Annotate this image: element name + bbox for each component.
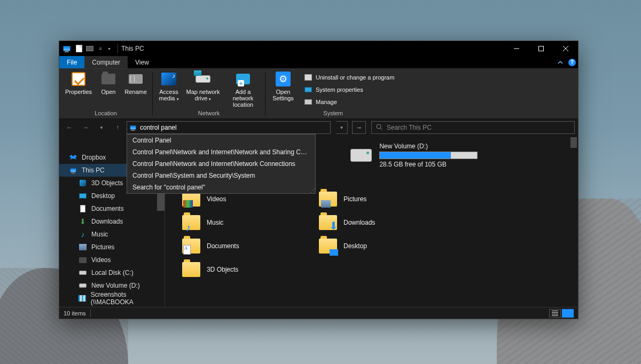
dl-icon: ⬇ <box>79 217 87 226</box>
sidebar-item-label: This PC <box>82 167 105 174</box>
sidebar-item-label: Videos <box>91 256 111 264</box>
folder-desktop[interactable]: Desktop <box>319 235 450 257</box>
group-label-location: Location <box>95 109 117 118</box>
doc-icon <box>79 204 87 213</box>
vid-icon <box>79 256 87 264</box>
drive-icon <box>350 149 372 162</box>
address-history-dropdown[interactable]: ▼ <box>336 121 348 134</box>
titlebar-separator <box>118 44 118 53</box>
rename-button[interactable]: Rename <box>123 71 148 95</box>
nav-up-button[interactable]: ↑ <box>111 121 124 134</box>
help-button[interactable]: ? <box>566 56 578 68</box>
sidebar-item-local-disk-c-[interactable]: Local Disk (C:) <box>59 266 165 279</box>
window-title: This PC <box>121 45 144 52</box>
pc-icon <box>69 166 77 175</box>
svg-rect-1 <box>539 46 544 51</box>
folder-icon <box>182 262 200 277</box>
maximize-button[interactable] <box>529 41 553 56</box>
search-box[interactable]: Search This PC <box>371 121 575 134</box>
folder-3d-objects[interactable]: 3D Objects <box>182 259 314 280</box>
drive-icon <box>79 281 87 290</box>
sidebar-item-new-volume-d-[interactable]: New Volume (D:) <box>59 279 165 292</box>
ribbon-group-location: Properties Open Rename Location <box>59 69 152 118</box>
uninstall-program-button[interactable]: Uninstall or change a program <box>302 72 396 83</box>
3d-icon <box>79 179 87 187</box>
ribbon: Properties Open Rename Location Access m… <box>59 69 578 119</box>
map-network-drive-button[interactable]: Map network drive ▾ <box>186 71 220 102</box>
svg-point-4 <box>377 124 381 129</box>
sidebar-item-label: Music <box>91 231 108 238</box>
sidebar-item-pictures[interactable]: Pictures <box>59 241 165 254</box>
folder-icon: ⬇ <box>319 215 337 230</box>
address-go-button[interactable]: → <box>352 121 366 134</box>
qat-properties-icon[interactable] <box>85 44 95 53</box>
folder-label: 3D Objects <box>207 266 238 273</box>
address-location-icon <box>130 125 136 130</box>
suggestion-item[interactable]: Control Panel\Network and Internet\Netwo… <box>127 158 315 170</box>
dropbox-icon <box>69 153 77 162</box>
ribbon-group-system: ⚙ Open Settings Uninstall or change a pr… <box>265 69 401 118</box>
group-label-network: Network <box>198 109 220 118</box>
folder-label: Pictures <box>343 195 366 203</box>
qat-new-document-icon[interactable] <box>74 44 84 53</box>
sidebar-item-videos[interactable]: Videos <box>59 254 165 266</box>
group-label-system: System <box>323 109 343 118</box>
drive-d-free-text: 28.5 GB free of 105 GB <box>379 161 478 168</box>
desk-icon <box>79 192 87 200</box>
suggestion-item[interactable]: Search for "control panel" <box>127 181 315 193</box>
view-tiles-button[interactable] <box>562 309 574 318</box>
open-settings-button[interactable]: ⚙ Open Settings <box>270 71 296 101</box>
sidebar-item-screenshots-macbooka[interactable]: Screenshots (\\MACBOOKA <box>59 292 165 305</box>
suggestion-item[interactable]: Control Panel <box>127 134 315 146</box>
drive-d-usage-bar <box>379 152 478 159</box>
qat-dropdown-icon[interactable]: ▼ <box>107 47 111 51</box>
file-tab[interactable]: File <box>59 56 84 68</box>
view-details-button[interactable] <box>549 309 561 318</box>
suggestion-item[interactable]: Control Panel\System and Security\System <box>127 170 315 181</box>
folder-pictures[interactable]: Pictures <box>319 188 450 210</box>
sidebar-item-label: Downloads <box>91 218 123 225</box>
sidebar-item-music[interactable]: ♪Music <box>59 228 165 241</box>
qat-equals-icon[interactable]: ≡ <box>96 44 105 53</box>
folder-icon <box>319 192 337 207</box>
manage-button[interactable]: Manage <box>302 97 396 107</box>
folder-icon <box>182 239 200 254</box>
drive-d-item[interactable]: New Volume (D:) 28.5 GB free of 105 GB <box>350 143 478 168</box>
nav-back-button[interactable]: ← <box>62 121 76 134</box>
access-media-button[interactable]: Access media ▾ <box>157 71 181 102</box>
content-scrollbar[interactable] <box>569 136 578 307</box>
search-placeholder: Search This PC <box>387 124 432 131</box>
sidebar-item-downloads[interactable]: ⬇Downloads <box>59 215 165 228</box>
folder-documents[interactable]: Documents <box>182 235 314 257</box>
system-properties-button[interactable]: System properties <box>302 84 396 95</box>
nav-recent-dropdown[interactable]: ▼ <box>95 121 108 134</box>
sidebar-item-label: Screenshots (\\MACBOOKA <box>91 291 165 306</box>
close-button[interactable] <box>553 41 578 56</box>
music-icon: ♪ <box>79 230 87 239</box>
drive-icon <box>79 268 87 277</box>
computer-tab[interactable]: Computer <box>84 56 128 68</box>
folder-label: Downloads <box>343 219 375 226</box>
titlebar[interactable]: ≡ ▼ This PC <box>59 41 578 56</box>
folder-label: Documents <box>207 242 239 250</box>
collapse-ribbon-button[interactable] <box>554 56 566 68</box>
properties-button[interactable]: Properties <box>64 71 93 95</box>
folder-icon: ♪ <box>182 215 200 230</box>
folder-icon <box>182 192 200 207</box>
folder-music[interactable]: ♪Music <box>182 212 314 233</box>
open-button[interactable]: Open <box>99 71 118 95</box>
quick-access-toolbar: ≡ ▼ <box>74 44 114 53</box>
address-input[interactable] <box>140 124 328 131</box>
address-suggestions: Control Panel Control Panel\Network and … <box>127 134 316 194</box>
sidebar-item-documents[interactable]: Documents <box>59 202 165 215</box>
resize-grip-icon[interactable]: ⋰ <box>310 187 314 193</box>
address-bar[interactable] <box>127 121 331 134</box>
minimize-button[interactable] <box>504 41 529 56</box>
add-network-location-button[interactable]: Add a network location <box>225 71 261 108</box>
view-tab[interactable]: View <box>128 56 157 68</box>
sidebar-item-label: Documents <box>91 205 124 212</box>
folder-downloads[interactable]: ⬇Downloads <box>319 212 450 233</box>
folder-label: Music <box>207 219 223 226</box>
nav-forward-button[interactable]: → <box>79 121 92 134</box>
suggestion-item[interactable]: Control Panel\Network and Internet\Netwo… <box>127 146 315 158</box>
